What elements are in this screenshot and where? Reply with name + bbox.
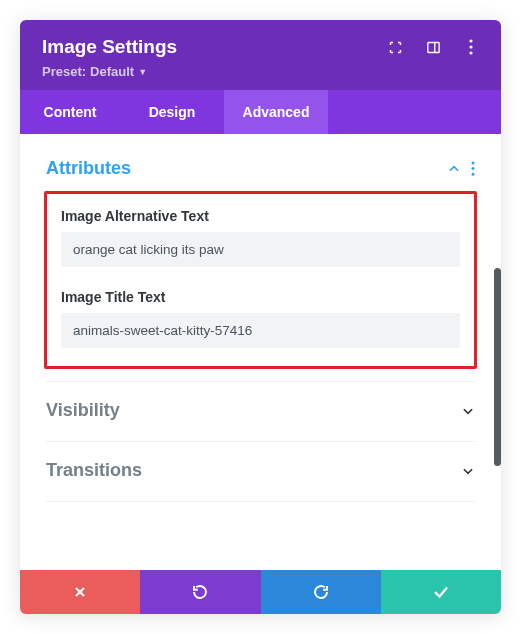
svg-rect-0: [427, 42, 438, 52]
svg-point-7: [472, 173, 475, 176]
alt-text-label: Image Alternative Text: [61, 208, 460, 224]
divider: [46, 381, 475, 382]
panel-title: Image Settings: [42, 36, 177, 58]
cancel-button[interactable]: [20, 570, 140, 614]
attributes-title: Attributes: [46, 158, 131, 179]
tab-content[interactable]: Content: [20, 90, 120, 134]
transitions-actions: [461, 464, 475, 478]
preset-prefix: Preset:: [42, 64, 86, 79]
tab-advanced[interactable]: Advanced: [224, 90, 328, 134]
chevron-down-icon[interactable]: [461, 464, 475, 478]
caret-down-icon: ▼: [138, 67, 147, 77]
divider: [46, 501, 475, 502]
visibility-actions: [461, 404, 475, 418]
attributes-actions: [447, 161, 475, 176]
divider: [46, 441, 475, 442]
redo-button[interactable]: [261, 570, 381, 614]
svg-point-4: [469, 51, 472, 54]
transitions-section-head[interactable]: Transitions: [46, 454, 475, 489]
title-text-input[interactable]: [61, 313, 460, 348]
image-settings-panel: Image Settings: [20, 20, 501, 614]
check-icon: [432, 583, 450, 601]
section-more-icon[interactable]: [471, 161, 475, 176]
sidebar-toggle-icon[interactable]: [425, 39, 441, 55]
panel-header: Image Settings: [20, 20, 501, 90]
header-top-row: Image Settings: [42, 36, 479, 58]
attributes-highlight-box: Image Alternative Text Image Title Text: [44, 191, 477, 369]
scrollbar-thumb[interactable]: [494, 268, 501, 466]
chevron-up-icon[interactable]: [447, 162, 461, 176]
panel-body: Attributes Image Alternative Text Image …: [20, 134, 501, 570]
alt-text-input[interactable]: [61, 232, 460, 267]
tab-design[interactable]: Design: [120, 90, 224, 134]
save-button[interactable]: [381, 570, 501, 614]
expand-icon[interactable]: [387, 39, 403, 55]
svg-point-5: [472, 161, 475, 164]
undo-icon: [191, 583, 209, 601]
svg-point-2: [469, 39, 472, 42]
transitions-title: Transitions: [46, 460, 142, 481]
more-icon[interactable]: [463, 39, 479, 55]
header-actions: [387, 39, 479, 55]
tab-bar: Content Design Advanced: [20, 90, 501, 134]
svg-point-6: [472, 167, 475, 170]
visibility-title: Visibility: [46, 400, 120, 421]
title-text-label: Image Title Text: [61, 289, 460, 305]
chevron-down-icon[interactable]: [461, 404, 475, 418]
visibility-section-head[interactable]: Visibility: [46, 394, 475, 429]
footer-actions: [20, 570, 501, 614]
redo-icon: [312, 583, 330, 601]
svg-point-3: [469, 45, 472, 48]
undo-button[interactable]: [140, 570, 260, 614]
close-icon: [73, 585, 87, 599]
attributes-section-head[interactable]: Attributes: [46, 152, 475, 187]
preset-selector[interactable]: Preset: Default ▼: [42, 64, 147, 79]
preset-value: Default: [90, 64, 134, 79]
